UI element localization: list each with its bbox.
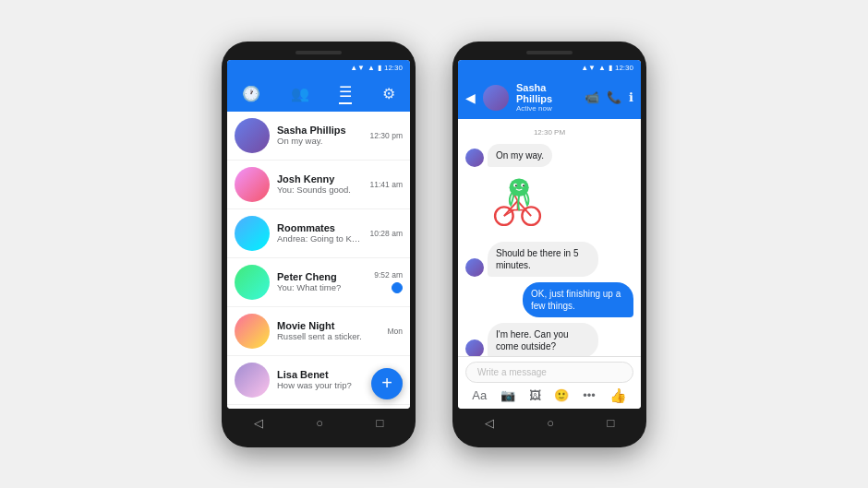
message-row-1: On my way.: [465, 144, 633, 167]
status-icons-1: ▲▼ ▲ ▮ 12:30: [350, 64, 403, 72]
conv-info-movie: Movie Night Russell sent a sticker.: [277, 320, 380, 341]
svg-point-12: [515, 184, 517, 186]
conv-info-lisa: Lisa Benet How was your trip?: [277, 369, 380, 390]
emoji-icon[interactable]: 🙂: [554, 388, 569, 402]
chat-input-bar: Write a message Aa 📷 🖼 🙂 ••• 👍: [458, 356, 641, 409]
bottom-nav-2: ◁ ○ □: [458, 409, 641, 438]
sticker-svg: [488, 173, 548, 232]
conv-item-sasha[interactable]: Sasha Phillips On my way. 12:30 pm: [227, 112, 410, 161]
avatar-peter: [235, 265, 270, 300]
battery-icon: ▮: [378, 64, 381, 72]
msg-avatar-sasha-5: [465, 339, 484, 356]
conv-time-roommates: 10:28 am: [370, 229, 403, 238]
wifi-icon-2: ▲: [598, 64, 606, 72]
new-conversation-fab[interactable]: +: [371, 368, 403, 399]
battery-icon-2: ▮: [609, 64, 612, 72]
back-arrow-icon[interactable]: ◀: [465, 90, 476, 105]
bubble-incoming-1: On my way.: [488, 144, 552, 167]
chat-contact-info: Sasha Phillips Active now: [516, 82, 577, 113]
conv-item-josh[interactable]: Josh Kenny You: Sounds good. 11:41 am: [227, 161, 410, 209]
bubble-incoming-5: I'm here. Can you come outside?: [488, 323, 598, 356]
recent-button-1[interactable]: □: [376, 416, 383, 430]
more-icon[interactable]: •••: [583, 388, 596, 402]
signal-icon: ▲▼: [350, 64, 365, 72]
message-row-5: I'm here. Can you come outside?: [465, 323, 633, 356]
recent-button-2[interactable]: □: [607, 416, 614, 430]
avatar-sasha: [235, 118, 270, 153]
read-icon-peter: [392, 282, 403, 293]
conv-name-roommates: Roommates: [277, 222, 363, 233]
menu-icon[interactable]: ☰: [339, 83, 352, 104]
svg-point-13: [523, 184, 524, 186]
wifi-icon: ▲: [368, 64, 375, 72]
time-display: 12:30: [384, 64, 403, 72]
avatar-lisa: [235, 363, 270, 398]
message-row-3: Should be there in 5 minutes.: [465, 242, 633, 277]
status-icons-2: ▲▼ ▲ ▮ 12:30: [581, 64, 633, 72]
msg-avatar-sasha-3: [465, 258, 484, 277]
input-action-bar: Aa 📷 🖼 🙂 ••• 👍: [465, 387, 633, 404]
image-icon[interactable]: 🖼: [529, 388, 541, 402]
avatar-movie: [235, 314, 270, 349]
conv-meta-peter: 9:52 am: [374, 270, 403, 293]
message-row-4: OK, just finishing up a few things.: [465, 282, 633, 317]
conv-info-sasha: Sasha Phillips On my way.: [277, 125, 363, 146]
chat-header: ◀ Sasha Phillips Active now 📹 📞 ℹ: [458, 77, 641, 119]
conv-item-roommates[interactable]: Roommates Andrea: Going to Kevin's tonig…: [227, 209, 410, 258]
conv-item-movie[interactable]: Movie Night Russell sent a sticker. Mon: [227, 307, 410, 356]
phone-2-screen: ▲▼ ▲ ▮ 12:30 ◀ Sasha Phillips Active now…: [458, 60, 641, 409]
bottom-nav-1: ◁ ○ □: [227, 409, 410, 438]
like-icon[interactable]: 👍: [609, 387, 627, 404]
chat-contact-status: Active now: [516, 104, 577, 113]
back-button-2[interactable]: ◁: [485, 416, 494, 430]
settings-icon[interactable]: ⚙: [382, 85, 395, 102]
phone-2: ▲▼ ▲ ▮ 12:30 ◀ Sasha Phillips Active now…: [452, 42, 646, 447]
phone-1-screen: ▲▼ ▲ ▮ 12:30 🕐 👥 ☰ ⚙ Sasha Phillips On m…: [227, 60, 410, 409]
avatar-roommates: [235, 216, 270, 251]
conv-time-josh: 11:41 am: [370, 180, 403, 189]
font-icon[interactable]: Aa: [472, 388, 487, 402]
camera-icon[interactable]: 📷: [500, 388, 515, 402]
message-input[interactable]: Write a message: [465, 362, 633, 383]
status-bar-1: ▲▼ ▲ ▮ 12:30: [227, 60, 410, 77]
conv-info-peter: Peter Cheng You: What time?: [277, 271, 367, 292]
phone-1: ▲▼ ▲ ▮ 12:30 🕐 👥 ☰ ⚙ Sasha Phillips On m…: [222, 42, 416, 447]
people-icon[interactable]: 👥: [291, 85, 309, 102]
conv-meta-roommates: 10:28 am: [370, 229, 403, 238]
time-display-2: 12:30: [615, 64, 633, 72]
recent-icon[interactable]: 🕐: [242, 85, 260, 102]
conv-preview-movie: Russell sent a sticker.: [277, 331, 380, 341]
conversation-list: Sasha Phillips On my way. 12:30 pm Josh …: [227, 112, 410, 409]
conv-meta-movie: Mon: [387, 327, 403, 336]
bubble-outgoing-4: OK, just finishing up a few things.: [523, 282, 633, 317]
conv-info-josh: Josh Kenny You: Sounds good.: [277, 173, 363, 195]
bubble-incoming-3: Should be there in 5 minutes.: [488, 242, 598, 277]
conv-time-peter: 9:52 am: [374, 270, 403, 280]
conv-time-movie: Mon: [387, 327, 403, 336]
conv-preview-roommates: Andrea: Going to Kevin's tonight?: [277, 233, 363, 244]
info-icon[interactable]: ℹ: [629, 90, 633, 104]
sticker-message: [488, 173, 633, 236]
conv-preview-peter: You: What time?: [277, 282, 367, 292]
message-timestamp: 12:30 PM: [465, 128, 633, 137]
chat-messages: 12:30 PM On my way.: [458, 119, 641, 356]
home-button-1[interactable]: ○: [316, 416, 323, 430]
conv-item-peter[interactable]: Peter Cheng You: What time? 9:52 am: [227, 258, 410, 307]
home-button-2[interactable]: ○: [547, 416, 554, 430]
msg-avatar-sasha-1: [465, 149, 484, 167]
voice-call-icon[interactable]: 📞: [607, 90, 621, 104]
back-button-1[interactable]: ◁: [254, 416, 263, 430]
avatar-josh: [235, 167, 270, 202]
conv-meta-sasha: 12:30 pm: [370, 131, 403, 140]
conv-info-roommates: Roommates Andrea: Going to Kevin's tonig…: [277, 222, 363, 244]
conv-name-movie: Movie Night: [277, 320, 380, 331]
chat-contact-name: Sasha Phillips: [516, 82, 577, 104]
conv-meta-josh: 11:41 am: [370, 180, 403, 189]
video-call-icon[interactable]: 📹: [585, 90, 599, 104]
conv-name-lisa: Lisa Benet: [277, 369, 380, 380]
conv-preview-josh: You: Sounds good.: [277, 184, 363, 195]
status-bar-2: ▲▼ ▲ ▮ 12:30: [458, 60, 641, 77]
conv-name-sasha: Sasha Phillips: [277, 125, 363, 136]
chat-contact-avatar: [483, 85, 509, 111]
conv-time-sasha: 12:30 pm: [370, 131, 403, 140]
